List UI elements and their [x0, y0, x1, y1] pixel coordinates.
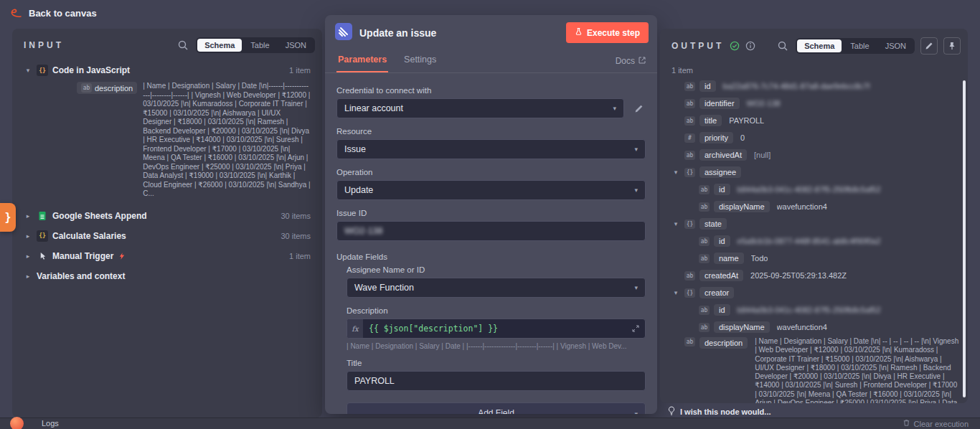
output-row-priority[interactable]: # priority 0 — [670, 129, 959, 146]
edit-credential-icon[interactable] — [631, 101, 646, 116]
output-row-creator-displayName[interactable]: ab displayName wavefunction4 — [670, 319, 959, 336]
field-key[interactable]: state — [699, 218, 727, 230]
chevron-right-icon[interactable]: ▸ — [24, 212, 32, 220]
chevron-right-icon[interactable]: ▸ — [24, 253, 32, 260]
field-chip[interactable]: ab description — [77, 82, 137, 94]
output-row-creator[interactable]: ▾ {} creator — [670, 284, 959, 301]
input-node-google-sheets-append[interactable]: ▸ Google Sheets Append 30 items — [19, 206, 315, 226]
chevron-down-icon[interactable]: ▾ — [672, 220, 680, 227]
tab-json[interactable]: JSON — [878, 39, 913, 52]
linear-node-icon — [335, 23, 352, 43]
string-type-icon: ab — [699, 306, 710, 315]
schema-field-description[interactable]: ab description | Name | Designation | Sa… — [19, 80, 315, 206]
resource-select[interactable]: Issue ▾ — [336, 139, 646, 159]
output-row-createdAt[interactable]: ab createdAt 2025-09-25T05:29:13.482Z — [670, 267, 959, 284]
output-row-state[interactable]: ▾ {} state — [670, 215, 959, 232]
field-key[interactable]: priority — [699, 132, 733, 143]
output-items-count: 1 item — [660, 60, 968, 76]
tab-settings[interactable]: Settings — [402, 49, 438, 72]
output-row-assignee-id[interactable]: ab id b844a0b3-041c-4082-87f5-250fb8c5af… — [670, 181, 959, 198]
output-row-description[interactable]: ab description | Name | Designation | Sa… — [670, 336, 959, 403]
clear-execution-label: Clear execution — [914, 420, 969, 428]
output-row-assignee-displayName[interactable]: ab displayName wavefunction4 — [670, 198, 959, 215]
field-key[interactable]: description — [699, 337, 748, 349]
search-icon[interactable] — [176, 38, 190, 52]
trash-icon — [903, 419, 910, 428]
field-key[interactable]: createdAt — [699, 270, 743, 281]
logs-bar[interactable] — [0, 418, 980, 429]
field-key[interactable]: displayName — [714, 321, 770, 333]
issue-id-input[interactable]: WO2-138 — [336, 221, 646, 241]
field-key[interactable]: archivedAt — [699, 149, 747, 161]
input-panel-header: INPUT Schema Table JSON — [12, 29, 322, 59]
field-value: wavefunction4 — [777, 202, 827, 211]
output-row-creator-id[interactable]: ab id b844a0b3-041c-4082-87f5-250fb8c5af… — [670, 301, 959, 319]
output-scrollbar[interactable] — [963, 80, 966, 397]
code-node-icon: {} — [37, 65, 48, 76]
expression-value[interactable]: {{ $json["description"] }} — [363, 324, 626, 334]
title-input[interactable]: PAYROLL — [347, 371, 646, 391]
user-avatar[interactable] — [10, 417, 24, 429]
input-node-variables-and-context[interactable]: ▸ Variables and context — [19, 266, 315, 286]
tab-json[interactable]: JSON — [278, 39, 314, 52]
docs-link[interactable]: Docs — [616, 56, 646, 66]
execute-step-button[interactable]: Execute step — [566, 22, 649, 43]
logs-toggle[interactable]: Logs — [42, 419, 59, 428]
field-key[interactable]: id — [714, 184, 730, 195]
input-node-manual-trigger[interactable]: ▸ Manual Trigger 1 item — [19, 246, 315, 266]
chevron-down-icon[interactable]: ▾ — [24, 67, 32, 74]
input-node-code-in-javascript[interactable]: ▾ {} Code in JavaScript 1 item — [19, 60, 315, 80]
run-info-icon[interactable] — [745, 41, 755, 51]
chevron-down-icon[interactable]: ▾ — [672, 289, 680, 296]
expand-expression-icon[interactable] — [626, 325, 645, 332]
node-feedback-link[interactable]: I wish this node would... — [667, 406, 771, 417]
output-panel: OUTPUT Schema Table JSON 1 item — [660, 29, 968, 403]
input-node-calculate-salaries[interactable]: ▸ {} Calculate Salaries 30 items — [19, 226, 315, 246]
issue-id-value: WO2-138 — [344, 226, 383, 236]
field-key[interactable]: id — [699, 80, 716, 92]
operation-select[interactable]: Update ▾ — [336, 180, 646, 200]
tab-table[interactable]: Table — [243, 39, 276, 52]
search-icon[interactable] — [776, 39, 790, 53]
field-key[interactable]: id — [714, 235, 730, 247]
output-row-title[interactable]: ab title PAYROLL — [670, 112, 959, 129]
tab-schema[interactable]: Schema — [197, 39, 242, 52]
chevron-right-icon[interactable]: ▸ — [24, 273, 32, 280]
expression-fx-icon[interactable]: fx — [347, 319, 363, 338]
field-key[interactable]: displayName — [714, 201, 770, 212]
schema-preview-flag[interactable]: } — [0, 203, 16, 232]
output-row-identifier[interactable]: ab identifier WO2-138 — [670, 95, 959, 112]
clear-execution-button[interactable]: Clear execution — [903, 419, 969, 428]
field-value: | Name | Designation | Salary | Date |\n… — [755, 337, 959, 403]
pin-data-button[interactable] — [943, 37, 961, 55]
credential-label: Credential to connect with — [336, 86, 646, 95]
output-row-state-id[interactable]: ab id e5a8cb1b-0877-448f-8541-ab8c4f90f0… — [670, 232, 959, 250]
output-row-assignee[interactable]: ▾ {} assignee — [670, 164, 959, 181]
tab-parameters[interactable]: Parameters — [336, 49, 388, 72]
field-key[interactable]: identifier — [699, 98, 740, 109]
credential-select[interactable]: Linear account ▾ — [336, 98, 624, 118]
tab-table[interactable]: Table — [843, 39, 876, 52]
string-type-icon: ab — [699, 254, 710, 263]
output-row-archivedAt[interactable]: ab archivedAt [null] — [670, 146, 959, 164]
edit-output-button[interactable] — [920, 37, 938, 55]
node-item-count: 30 items — [281, 212, 311, 220]
chevron-down-icon[interactable]: ▾ — [672, 169, 680, 176]
output-row-id[interactable]: ab id ba22a876-7c74-48d1-87a8-dae9ebcc8c… — [670, 77, 959, 95]
tab-schema[interactable]: Schema — [797, 39, 842, 52]
field-value: b844a0b3-041c-4082-87f5-250fb8c5af52 — [738, 306, 881, 314]
field-key[interactable]: id — [714, 304, 730, 316]
chevron-down-icon: ▾ — [634, 146, 638, 153]
field-key[interactable]: title — [699, 115, 722, 126]
back-to-canvas-link[interactable]: Back to canvas — [29, 8, 97, 19]
assignee-select[interactable]: Wave Function ▾ — [347, 278, 646, 298]
output-row-state-name[interactable]: ab name Todo — [670, 250, 959, 267]
chevron-right-icon[interactable]: ▸ — [24, 232, 32, 240]
manual-trigger-icon — [37, 250, 48, 262]
field-key[interactable]: name — [714, 253, 744, 264]
add-field-button[interactable]: Add Field ▾ — [347, 402, 646, 414]
field-key[interactable]: assignee — [699, 166, 741, 178]
field-key[interactable]: creator — [699, 287, 734, 298]
object-type-icon: {} — [684, 288, 695, 298]
description-expression-input[interactable]: fx {{ $json["description"] }} — [347, 319, 646, 339]
